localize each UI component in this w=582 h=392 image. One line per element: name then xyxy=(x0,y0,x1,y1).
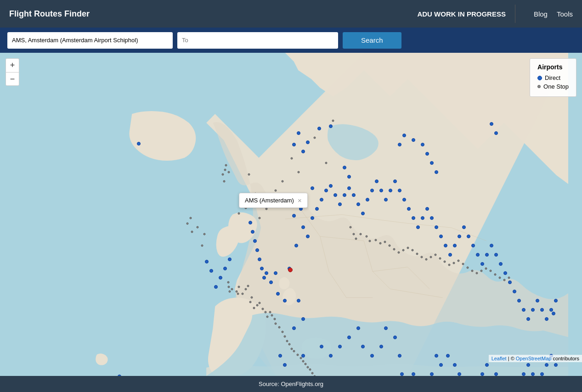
one-stop-airport-dot[interactable] xyxy=(282,331,284,333)
direct-airport-dot[interactable] xyxy=(412,138,415,142)
one-stop-airport-dot[interactable] xyxy=(332,120,334,122)
direct-airport-dot[interactable] xyxy=(446,354,450,358)
direct-airport-dot[interactable] xyxy=(366,198,369,202)
direct-airport-dot[interactable] xyxy=(402,134,406,137)
direct-airport-dot[interactable] xyxy=(552,312,555,315)
direct-airport-dot[interactable] xyxy=(540,372,544,376)
direct-airport-dot[interactable] xyxy=(258,258,261,261)
one-stop-airport-dot[interactable] xyxy=(421,256,423,258)
direct-airport-dot[interactable] xyxy=(209,269,213,273)
direct-airport-dot[interactable] xyxy=(384,198,388,202)
one-stop-airport-dot[interactable] xyxy=(490,270,492,272)
direct-airport-dot[interactable] xyxy=(356,202,360,206)
direct-airport-dot[interactable] xyxy=(490,244,493,247)
direct-airport-dot[interactable] xyxy=(329,354,333,358)
one-stop-airport-dot[interactable] xyxy=(407,247,409,249)
direct-airport-dot[interactable] xyxy=(292,214,296,218)
direct-airport-dot[interactable] xyxy=(361,212,365,215)
one-stop-airport-dot[interactable] xyxy=(458,260,460,262)
one-stop-airport-dot[interactable] xyxy=(203,233,206,235)
direct-airport-dot[interactable] xyxy=(205,260,209,263)
to-input[interactable] xyxy=(177,32,338,49)
one-stop-airport-dot[interactable] xyxy=(485,268,487,270)
direct-airport-dot[interactable] xyxy=(294,244,298,247)
osm-link[interactable]: OpenStreetMap xyxy=(516,356,552,361)
one-stop-airport-dot[interactable] xyxy=(389,245,391,247)
direct-airport-dot[interactable] xyxy=(522,372,525,376)
direct-airport-dot[interactable] xyxy=(448,253,452,257)
direct-airport-dot[interactable] xyxy=(292,143,296,146)
direct-airport-dot[interactable] xyxy=(370,189,374,192)
direct-airport-dot[interactable] xyxy=(324,189,328,192)
one-stop-airport-dot[interactable] xyxy=(259,302,261,304)
direct-airport-dot[interactable] xyxy=(508,280,512,284)
one-stop-airport-dot[interactable] xyxy=(282,180,284,183)
direct-airport-dot[interactable] xyxy=(499,262,503,266)
one-stop-airport-dot[interactable] xyxy=(448,264,451,266)
direct-airport-dot[interactable] xyxy=(462,225,466,229)
direct-airport-dot[interactable] xyxy=(407,207,411,211)
one-stop-airport-dot[interactable] xyxy=(314,375,316,376)
one-stop-airport-dot[interactable] xyxy=(231,288,233,291)
direct-airport-dot[interactable] xyxy=(494,372,498,376)
one-stop-airport-dot[interactable] xyxy=(307,366,309,369)
direct-airport-dot[interactable] xyxy=(513,290,516,293)
one-stop-airport-dot[interactable] xyxy=(375,239,377,241)
direct-airport-dot[interactable] xyxy=(274,271,277,275)
one-stop-airport-dot[interactable] xyxy=(249,301,252,303)
one-stop-airport-dot[interactable] xyxy=(229,291,231,293)
one-stop-airport-dot[interactable] xyxy=(425,258,428,261)
direct-airport-dot[interactable] xyxy=(476,253,480,257)
direct-airport-dot[interactable] xyxy=(416,225,420,229)
direct-airport-dot[interactable] xyxy=(384,326,388,330)
one-stop-airport-dot[interactable] xyxy=(237,293,239,295)
direct-airport-dot[interactable] xyxy=(301,317,305,321)
one-stop-airport-dot[interactable] xyxy=(462,263,464,265)
one-stop-airport-dot[interactable] xyxy=(266,316,269,318)
one-stop-airport-dot[interactable] xyxy=(430,256,432,258)
one-stop-airport-dot[interactable] xyxy=(503,279,506,281)
one-stop-airport-dot[interactable] xyxy=(259,217,261,219)
one-stop-airport-dot[interactable] xyxy=(248,174,250,176)
direct-airport-dot[interactable] xyxy=(425,152,429,156)
one-stop-airport-dot[interactable] xyxy=(453,262,455,264)
direct-airport-dot[interactable] xyxy=(297,131,300,135)
direct-airport-dot[interactable] xyxy=(292,326,296,330)
one-stop-airport-dot[interactable] xyxy=(197,226,199,229)
direct-airport-dot[interactable] xyxy=(453,363,457,367)
direct-airport-dot[interactable] xyxy=(352,193,356,197)
one-stop-airport-dot[interactable] xyxy=(278,326,281,329)
one-stop-airport-dot[interactable] xyxy=(384,241,386,243)
one-stop-airport-dot[interactable] xyxy=(288,343,291,346)
direct-airport-dot[interactable] xyxy=(421,143,424,146)
direct-airport-dot[interactable] xyxy=(554,299,558,302)
direct-airport-dot[interactable] xyxy=(398,354,401,358)
direct-airport-dot[interactable] xyxy=(471,244,475,247)
one-stop-airport-dot[interactable] xyxy=(305,363,307,365)
direct-airport-dot[interactable] xyxy=(485,363,489,367)
one-stop-airport-dot[interactable] xyxy=(412,249,414,252)
one-stop-airport-dot[interactable] xyxy=(228,286,230,288)
one-stop-airport-dot[interactable] xyxy=(247,285,249,287)
one-stop-airport-dot[interactable] xyxy=(238,286,240,288)
one-stop-airport-dot[interactable] xyxy=(471,270,474,272)
map-container[interactable]: AMS (Amsterdam) × + − Airports Direct On… xyxy=(0,53,582,376)
one-stop-airport-dot[interactable] xyxy=(467,267,469,269)
direct-airport-dot[interactable] xyxy=(297,299,300,302)
one-stop-airport-dot[interactable] xyxy=(366,235,368,238)
one-stop-airport-dot[interactable] xyxy=(262,308,264,310)
one-stop-airport-dot[interactable] xyxy=(311,372,314,375)
direct-airport-dot[interactable] xyxy=(347,186,351,190)
direct-airport-dot[interactable] xyxy=(329,184,333,188)
direct-airport-dot[interactable] xyxy=(251,230,254,234)
direct-airport-dot[interactable] xyxy=(260,267,264,270)
direct-airport-dot[interactable] xyxy=(301,150,305,153)
one-stop-airport-dot[interactable] xyxy=(274,318,276,320)
one-stop-airport-dot[interactable] xyxy=(291,348,293,350)
one-stop-airport-dot[interactable] xyxy=(245,288,247,291)
direct-airport-dot[interactable] xyxy=(338,202,342,206)
one-stop-airport-dot[interactable] xyxy=(224,169,226,171)
direct-airport-dot[interactable] xyxy=(393,179,397,183)
direct-airport-dot[interactable] xyxy=(480,262,484,266)
one-stop-airport-dot[interactable] xyxy=(480,270,483,272)
